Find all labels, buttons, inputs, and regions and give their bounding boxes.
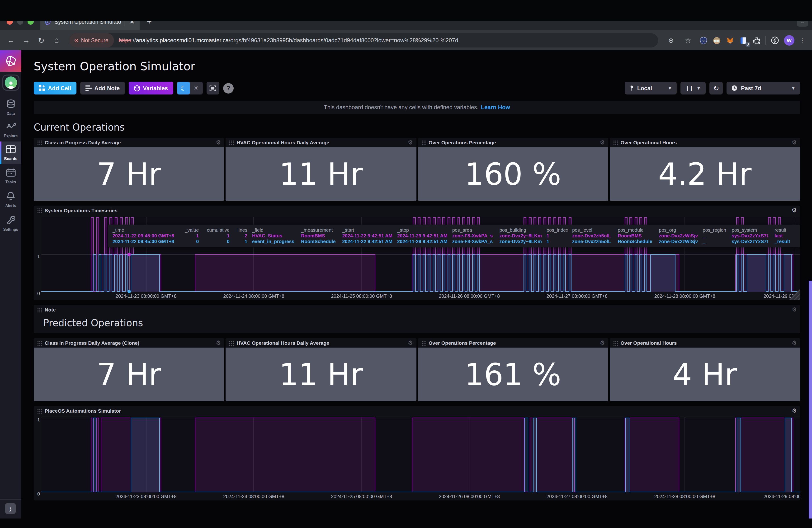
stat-body: 161 % xyxy=(418,348,608,401)
tooltip-column-time: _time2024-11-22 09:45:00 GMT+82024-11-22… xyxy=(113,228,178,244)
add-note-button[interactable]: Add Note xyxy=(80,82,125,94)
cell-gear-icon[interactable]: ⚙ xyxy=(408,140,413,145)
x-tick-label: 2024-11-24 08:00:00 GMT+8 xyxy=(223,293,284,299)
tooltip-value: zone-Dvx2zWiSjv xyxy=(659,239,698,244)
automations-plot[interactable] xyxy=(41,417,800,493)
stat-value: 11 Hr xyxy=(279,357,363,392)
extensions-puzzle-icon[interactable] xyxy=(752,36,761,45)
light-mode-sun-icon[interactable]: ☀ xyxy=(190,82,203,94)
refresh-button[interactable]: ↻ xyxy=(709,82,723,94)
stat-cell-title: Class in Progress Daily Average xyxy=(45,140,213,145)
drag-handle-icon[interactable] xyxy=(37,140,42,145)
cell-gear-icon[interactable]: ⚙ xyxy=(792,207,797,213)
forward-icon[interactable]: → xyxy=(20,36,32,45)
cell-gear-icon[interactable]: ⚙ xyxy=(792,340,797,346)
zoom-out-icon[interactable]: ⊖ xyxy=(665,36,677,44)
drag-handle-icon[interactable] xyxy=(37,408,42,414)
stat-cell: Over Operations Percentage⚙161 % xyxy=(418,338,608,401)
browser-menu-icon[interactable]: ⋮ xyxy=(799,37,806,44)
stat-body: 7 Hr xyxy=(34,348,224,401)
discount-shield-extension-icon[interactable]: % xyxy=(699,36,708,45)
battery-saver-icon[interactable] xyxy=(771,36,779,45)
sidebar-item-explore[interactable]: Explore xyxy=(0,119,21,142)
cell-gear-icon[interactable]: ⚙ xyxy=(408,340,413,346)
password-manager-extension-icon[interactable]: 3 xyxy=(739,36,748,45)
cell-gear-icon[interactable]: ⚙ xyxy=(792,140,797,145)
sidebar-item-tasks[interactable]: Tasks xyxy=(0,164,21,188)
cell-gear-icon[interactable]: ⚙ xyxy=(216,340,221,346)
security-chip[interactable]: ⊗ Not Secure xyxy=(69,33,114,47)
sidebar-item-alerts[interactable]: Alerts xyxy=(0,188,21,211)
tooltip-value: zone-F8-XwkPA_s xyxy=(452,239,495,244)
stat-value: 7 Hr xyxy=(97,157,161,192)
sidebar-item-boards[interactable]: Boards xyxy=(0,142,21,164)
add-cell-button[interactable]: Add Cell xyxy=(34,82,76,94)
tooltip-column-pos_region: pos_region__ xyxy=(702,228,727,244)
drag-handle-icon[interactable] xyxy=(421,340,426,346)
back-icon[interactable]: ← xyxy=(5,36,17,45)
sidebar-item-data[interactable]: Data xyxy=(0,96,21,119)
pause-refresh-dropdown[interactable]: ❙❙ ▼ xyxy=(680,82,706,94)
timezone-dropdown[interactable]: Local ▼ xyxy=(625,82,677,94)
drag-handle-icon[interactable] xyxy=(37,307,42,312)
dark-mode-moon-icon[interactable]: ☾ xyxy=(177,82,190,94)
bookmark-star-icon[interactable]: ☆ xyxy=(682,36,694,45)
tooltip-column-cumulative: cumulative10 xyxy=(203,228,230,244)
predicted-operations-heading: Predicted Operations xyxy=(43,317,800,328)
tooltip-column-header: _value xyxy=(182,228,199,233)
tooltip-value: zone-Dvx2y~8LKm xyxy=(499,239,542,244)
stat-body: 160 % xyxy=(418,147,608,201)
time-range-dropdown[interactable]: Past 7d ▼ xyxy=(727,82,800,94)
user-avatar[interactable] xyxy=(2,75,19,91)
variables-notice: This dashboard doesn't have any cells wi… xyxy=(34,101,800,114)
tooltip-column-header: cumulative xyxy=(203,228,230,233)
tasks-icon xyxy=(6,168,15,178)
drag-handle-icon[interactable] xyxy=(37,207,42,213)
variables-button[interactable]: Variables xyxy=(129,82,173,94)
page-scrollbar[interactable] xyxy=(809,281,812,518)
tooltip-column-pos_index: pos_index11 xyxy=(547,228,567,244)
drag-handle-icon[interactable] xyxy=(421,140,426,145)
expand-sidebar-button[interactable]: ❭ xyxy=(5,503,16,514)
influxdb-logo[interactable] xyxy=(0,50,21,72)
cell-gear-icon[interactable]: ⚙ xyxy=(216,140,221,145)
drag-handle-icon[interactable] xyxy=(613,140,618,145)
y-axis-labels: 10 xyxy=(35,417,41,493)
tooltip-value: zone-Dvx2y~8LKm xyxy=(499,233,542,238)
home-icon[interactable]: ⌂ xyxy=(50,36,63,45)
presentation-mode-button[interactable] xyxy=(206,82,219,94)
cell-gear-icon[interactable]: ⚙ xyxy=(600,340,605,346)
learn-how-link[interactable]: Learn How xyxy=(481,104,510,111)
address-bar[interactable]: ⊗ Not Secure https://analytics.placeosmd… xyxy=(69,33,658,47)
settings-icon xyxy=(6,215,15,226)
security-label: Not Secure xyxy=(81,38,108,43)
stat-cell: HVAC Operational Hours Daily Average⚙11 … xyxy=(226,338,417,401)
tooltip-column-value: _value10 xyxy=(182,228,199,244)
tooltip-column-pos_area: pos_areazone-F8-XwkPA_szone-F8-XwkPA_s xyxy=(452,228,495,244)
tooltip-value: zone-Dvx2zWiSjv xyxy=(659,233,698,238)
cell-gear-icon[interactable]: ⚙ xyxy=(792,408,797,414)
y-tick-label: 0 xyxy=(37,291,40,296)
timeseries-plot[interactable]: _time2024-11-22 09:45:00 GMT+82024-11-22… xyxy=(41,217,800,292)
note-cell: Note ⚙ Predicted Operations xyxy=(34,305,800,333)
drag-handle-icon[interactable] xyxy=(229,340,234,346)
url-domain: analytics.placeosmdl01.mcmaster.ca xyxy=(136,37,229,44)
add-cell-icon xyxy=(39,85,45,91)
help-button[interactable]: ? xyxy=(223,83,233,93)
browser-profile-avatar[interactable]: W xyxy=(784,35,795,46)
cell-gear-icon[interactable]: ⚙ xyxy=(792,307,797,312)
cell-title: System Operations Timeseries xyxy=(45,207,789,213)
sidebar-item-settings[interactable]: Settings xyxy=(0,211,21,235)
placeos-automations-simulator-cell: PlaceOS Automations Simulator ⚙ 10 2024-… xyxy=(34,406,800,500)
tooltip-value: RoomBMS xyxy=(618,233,654,238)
metamask-fox-extension-icon[interactable] xyxy=(726,36,734,45)
tooltip-column-start: _start2024-11-22 9:42:51 AM2024-11-22 9:… xyxy=(342,228,392,244)
sidebar-item-label: Data xyxy=(6,112,15,116)
drag-handle-icon[interactable] xyxy=(37,340,42,346)
reload-icon[interactable]: ↻ xyxy=(35,36,47,45)
cell-gear-icon[interactable]: ⚙ xyxy=(600,140,605,145)
drag-handle-icon[interactable] xyxy=(229,140,234,145)
toolbar-divider xyxy=(766,36,766,45)
avatar-face-extension-icon[interactable] xyxy=(712,36,721,45)
drag-handle-icon[interactable] xyxy=(613,340,618,346)
